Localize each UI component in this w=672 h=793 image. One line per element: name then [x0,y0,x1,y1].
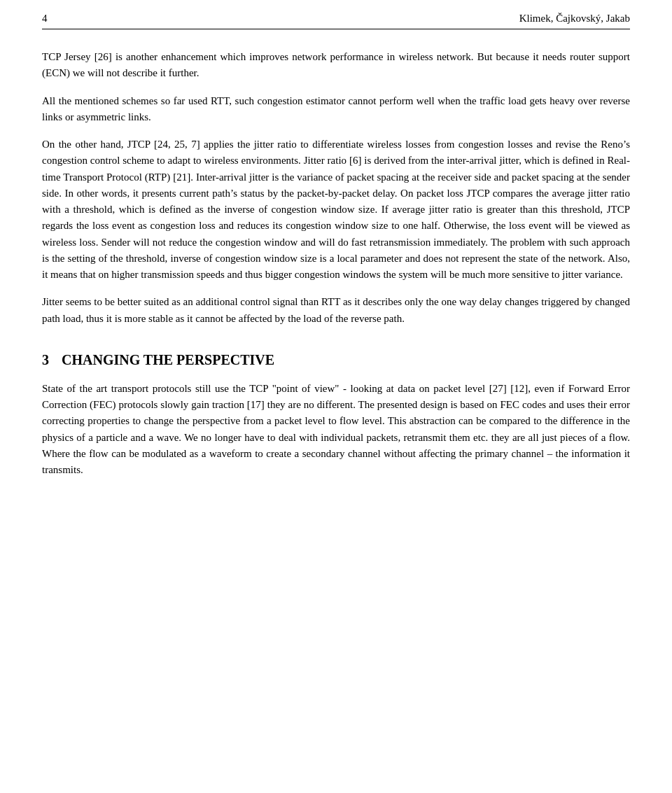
section-3-heading: 3CHANGING THE PERSPECTIVE [42,352,630,368]
page-number: 4 [42,13,48,24]
paragraph-jtcp: On the other hand, JTCP [24, 25, 7] appl… [42,136,630,283]
paragraph-rtt-schemes: All the mentioned schemes so far used RT… [42,93,630,126]
page: 4 Klimek, Čajkovský, Jakab TCP Jersey [2… [0,0,672,793]
section-title: CHANGING THE PERSPECTIVE [62,352,274,367]
paragraph-tcp-jersey: TCP Jersey [26] is another enhancement w… [42,49,630,82]
page-author: Klimek, Čajkovský, Jakab [519,13,630,24]
page-header: 4 Klimek, Čajkovský, Jakab [42,0,630,29]
section-number: 3 [42,352,49,367]
paragraph-jitter-signal: Jitter seems to be better suited as an a… [42,294,630,327]
paragraph-state-of-art: State of the art transport protocols sti… [42,381,630,479]
